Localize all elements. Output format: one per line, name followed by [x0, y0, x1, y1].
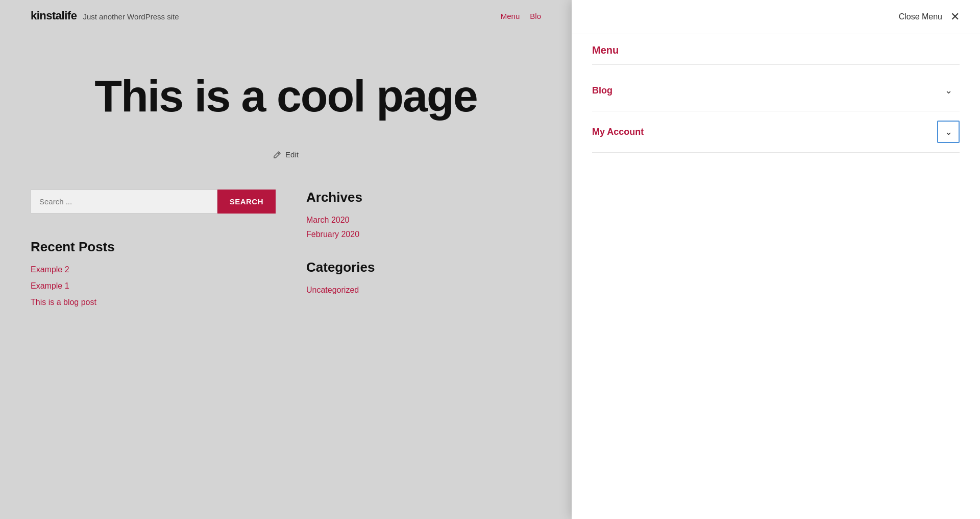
site-title: kinstalife: [31, 9, 77, 22]
archive-link-february[interactable]: February 2020: [306, 230, 359, 239]
list-item: Example 2: [31, 265, 276, 274]
archives-list: March 2020 February 2020: [306, 216, 510, 239]
site-tagline: Just another WordPress site: [83, 12, 179, 21]
sidebar-right: Archives March 2020 February 2020 Catego…: [306, 190, 510, 327]
search-input[interactable]: [31, 190, 217, 214]
close-menu-button[interactable]: ✕: [950, 11, 960, 22]
list-item: This is a blog post: [31, 298, 276, 307]
my-account-chevron-button[interactable]: ⌄: [937, 121, 960, 143]
blog-chevron-button[interactable]: ⌄: [937, 79, 960, 102]
categories-title: Categories: [306, 260, 510, 275]
recent-posts-widget: Recent Posts Example 2 Example 1 This is…: [31, 239, 276, 307]
search-widget: SEARCH: [31, 190, 276, 214]
archive-link-march[interactable]: March 2020: [306, 216, 350, 224]
list-item: Example 1: [31, 281, 276, 291]
edit-icon: [273, 151, 281, 159]
header-nav-blog[interactable]: Blo: [530, 12, 541, 20]
search-button[interactable]: SEARCH: [217, 190, 276, 214]
list-item: February 2020: [306, 230, 510, 239]
recent-posts-list: Example 2 Example 1 This is a blog post: [31, 265, 276, 307]
site-area: kinstalife Just another WordPress site M…: [0, 0, 572, 519]
categories-list: Uncategorized: [306, 286, 510, 295]
recent-post-link-3[interactable]: This is a blog post: [31, 298, 96, 306]
edit-link[interactable]: Edit: [273, 150, 299, 159]
search-form: SEARCH: [31, 190, 276, 214]
widgets-area: SEARCH Recent Posts Example 2 Example 1: [31, 190, 276, 327]
category-link-uncategorized[interactable]: Uncategorized: [306, 286, 359, 294]
archives-widget: Archives March 2020 February 2020: [306, 190, 510, 239]
edit-section: Edit: [0, 140, 572, 190]
site-header: kinstalife Just another WordPress site M…: [0, 0, 572, 32]
recent-post-link-2[interactable]: Example 1: [31, 281, 69, 290]
page-title: This is a cool page: [94, 73, 477, 120]
header-nav-menu[interactable]: Menu: [501, 12, 520, 20]
recent-posts-title: Recent Posts: [31, 239, 276, 255]
archives-title: Archives: [306, 190, 510, 205]
list-item: March 2020: [306, 216, 510, 225]
list-item: Uncategorized: [306, 286, 510, 295]
hero-section: This is a cool page: [0, 32, 572, 140]
edit-label: Edit: [285, 150, 299, 159]
recent-post-link-1[interactable]: Example 2: [31, 265, 69, 274]
menu-overlay: Close Menu ✕ Menu Blog ⌄ My Account ⌄: [572, 0, 980, 519]
header-nav: Menu Blo: [501, 12, 541, 20]
categories-widget: Categories Uncategorized: [306, 260, 510, 295]
overlay-nav: Menu Blog ⌄ My Account ⌄: [572, 34, 980, 163]
content-area: SEARCH Recent Posts Example 2 Example 1: [0, 190, 572, 358]
nav-item-my-account-label[interactable]: My Account: [592, 127, 644, 137]
overlay-nav-title: Menu: [592, 44, 960, 65]
overlay-header: Close Menu ✕: [572, 0, 980, 34]
site-branding: kinstalife Just another WordPress site: [31, 9, 179, 22]
nav-item-blog-label[interactable]: Blog: [592, 85, 612, 96]
close-menu-label: Close Menu: [899, 12, 942, 21]
nav-item-my-account[interactable]: My Account ⌄: [592, 111, 960, 153]
nav-item-blog[interactable]: Blog ⌄: [592, 70, 960, 111]
